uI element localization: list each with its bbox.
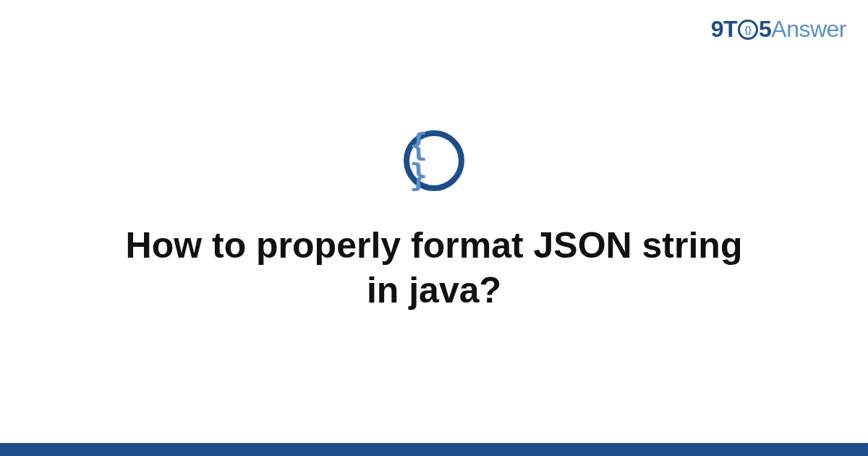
footer-bar [0, 443, 868, 456]
braces-glyph: { } [409, 130, 459, 191]
main-content: { } How to properly format JSON string i… [0, 0, 868, 443]
page-title: How to properly format JSON string in ja… [116, 223, 752, 313]
json-braces-icon: { } [404, 130, 464, 191]
